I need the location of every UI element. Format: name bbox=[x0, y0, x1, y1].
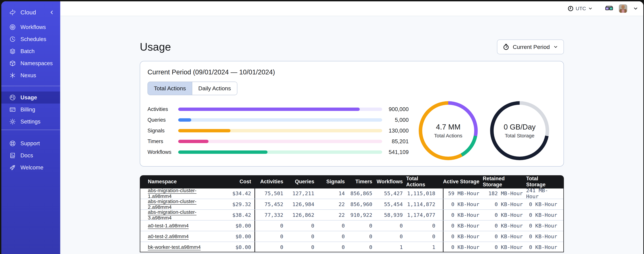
cell-value: 1,174,077 bbox=[407, 212, 435, 218]
table-cell: 0 bbox=[254, 242, 287, 252]
table-cell: 241 MB-Hour bbox=[526, 188, 564, 199]
table-row: abs-migration-cluster-1.a98mm4$34.4275,5… bbox=[140, 188, 564, 199]
cell-value: 0 bbox=[432, 234, 435, 240]
cell-value: 1 bbox=[400, 244, 403, 250]
table-cell: 1,174,077 bbox=[406, 210, 443, 220]
sidebar-item-docs[interactable]: Docs bbox=[1, 150, 60, 162]
cell-value: 75,452 bbox=[264, 201, 283, 207]
cell-value: 0 bbox=[369, 244, 372, 250]
bar-row-timers: Timers 85,201 bbox=[148, 136, 409, 147]
period-button-label: Current Period bbox=[513, 44, 550, 50]
cell-value: 55,454 bbox=[384, 201, 403, 207]
namespaces-usage-table: Namespace Cost Activities Queries Signal… bbox=[140, 175, 564, 252]
sidebar-item-schedules[interactable]: Schedules bbox=[1, 33, 60, 45]
avatar-image bbox=[619, 4, 627, 13]
sidebar-collapse-button[interactable] bbox=[49, 10, 54, 15]
table-cell: $34.42 bbox=[217, 188, 254, 199]
table-cell: 0 bbox=[287, 220, 318, 231]
cell-value: $0.00 bbox=[236, 234, 251, 240]
cell-value: 0 bbox=[369, 223, 372, 229]
table-row: abs-migration-cluster-2.a98mm4$29.3275,4… bbox=[140, 199, 564, 210]
workflows-icon bbox=[9, 24, 16, 31]
table-cell: 0 bbox=[287, 231, 318, 242]
cell-value: 0 bbox=[400, 234, 403, 240]
glasses-icon bbox=[605, 6, 613, 12]
period-selector-button[interactable]: Current Period bbox=[497, 40, 564, 54]
namespace-link[interactable]: bk-worker-test.a98mm4 bbox=[148, 244, 201, 250]
cell-value: 0 bbox=[400, 223, 403, 229]
cell-value: 0 KB-Hour bbox=[451, 223, 480, 229]
total-storage-donut: 0 GB/Day Total Storage bbox=[490, 101, 549, 160]
table-cell: 55,454 bbox=[376, 199, 406, 210]
cell-value: 22 bbox=[338, 212, 345, 218]
table-cell: 75,501 bbox=[254, 188, 287, 199]
topbar: UTC bbox=[60, 1, 643, 16]
user-avatar[interactable] bbox=[619, 4, 627, 13]
bar-fill bbox=[178, 118, 191, 122]
table-cell: 856,865 bbox=[348, 188, 376, 199]
namespace-link[interactable]: abs-migration-cluster-2.a98mm4 bbox=[148, 199, 215, 210]
donut-value: 0 GB/Day bbox=[504, 123, 536, 131]
cell-value: 127,211 bbox=[292, 190, 314, 196]
cell-value: 0 KB-Hour bbox=[451, 234, 480, 240]
welcome-rocket-icon bbox=[9, 164, 16, 171]
cell-value: 0 KB-Hour bbox=[529, 201, 557, 207]
sidebar-item-settings[interactable]: Settings bbox=[1, 116, 60, 128]
table-cell: 14 bbox=[318, 188, 348, 199]
sidebar-item-nexus[interactable]: Nexus bbox=[1, 69, 60, 82]
actions-tabs: Total Actions Daily Actions bbox=[148, 82, 237, 95]
table-cell: 856,960 bbox=[348, 199, 376, 210]
cell-value: 0 bbox=[369, 234, 372, 240]
cell-value: 0 KB-Hour bbox=[529, 244, 557, 250]
table-cell: 0 KB-Hour bbox=[443, 210, 483, 220]
tab-total-actions[interactable]: Total Actions bbox=[148, 82, 192, 95]
table-cell: 0 bbox=[348, 242, 376, 252]
table-header: Namespace Cost Activities Queries Signal… bbox=[140, 175, 564, 188]
sidebar-item-billing[interactable]: Billing bbox=[1, 104, 60, 116]
table-cell: 0 KB-Hour bbox=[483, 220, 526, 231]
column-header: Queries bbox=[287, 178, 318, 185]
sidebar-item-label: Schedules bbox=[20, 36, 46, 42]
namespace-link[interactable]: abs-migration-cluster-3.a98mm4 bbox=[148, 210, 215, 220]
table-cell: $0.00 bbox=[217, 220, 254, 231]
donut-label: Total Storage bbox=[505, 133, 534, 138]
table-cell: 22 bbox=[318, 210, 348, 220]
sidebar: Cloud Workflows Schedules Batch bbox=[1, 1, 60, 254]
bar-track bbox=[178, 140, 382, 143]
timezone-selector[interactable]: UTC bbox=[568, 6, 593, 12]
table-cell: 77,332 bbox=[254, 210, 287, 220]
sidebar-item-batch[interactable]: Batch bbox=[1, 45, 60, 57]
bar-track bbox=[178, 108, 382, 111]
sidebar-item-welcome[interactable]: Welcome bbox=[1, 162, 60, 174]
table-cell: 126,862 bbox=[287, 210, 318, 220]
sidebar-item-usage[interactable]: Usage bbox=[1, 92, 60, 104]
sidebar-item-label: Docs bbox=[20, 152, 33, 159]
sidebar-item-label: Billing bbox=[20, 106, 35, 113]
cell-value: 22 bbox=[338, 201, 345, 207]
table-cell: $38.42 bbox=[217, 210, 254, 220]
bar-value: 5,000 bbox=[382, 117, 409, 123]
content: Usage Current Period Current Period (09/… bbox=[60, 16, 643, 254]
billing-card-icon bbox=[9, 106, 16, 113]
clock-icon bbox=[568, 6, 574, 12]
user-menu-button[interactable] bbox=[633, 6, 638, 11]
namespace-link[interactable]: abs-migration-cluster-1.a98mm4 bbox=[148, 188, 215, 199]
table-cell: 59 MB-Hour bbox=[443, 188, 483, 199]
feedback-glasses-button[interactable] bbox=[605, 6, 613, 12]
namespace-cell: a0-test-2.a98mm4 bbox=[140, 231, 217, 242]
namespace-link[interactable]: a0-test-2.a98mm4 bbox=[148, 234, 188, 239]
chevron-down-icon bbox=[553, 44, 558, 50]
tab-daily-actions[interactable]: Daily Actions bbox=[192, 82, 237, 95]
table-cell: 0 KB-Hour bbox=[526, 231, 564, 242]
column-header: Workflows bbox=[376, 178, 406, 185]
table-cell: 127,211 bbox=[287, 188, 318, 199]
sidebar-item-workflows[interactable]: Workflows bbox=[1, 21, 60, 33]
column-header: Namespace bbox=[140, 178, 217, 185]
cell-value: 182 MB-Hour bbox=[488, 190, 523, 196]
namespace-link[interactable]: a0-test-1.a98mm4 bbox=[148, 223, 188, 228]
table-row: bk-worker-test.a98mm4$0.000000110 KB-Hou… bbox=[140, 242, 564, 252]
table-cell: 0 KB-Hour bbox=[526, 242, 564, 252]
sidebar-item-namespaces[interactable]: Namespaces bbox=[1, 57, 60, 69]
sidebar-item-support[interactable]: Support bbox=[1, 138, 60, 150]
main-area: UTC bbox=[60, 1, 643, 254]
